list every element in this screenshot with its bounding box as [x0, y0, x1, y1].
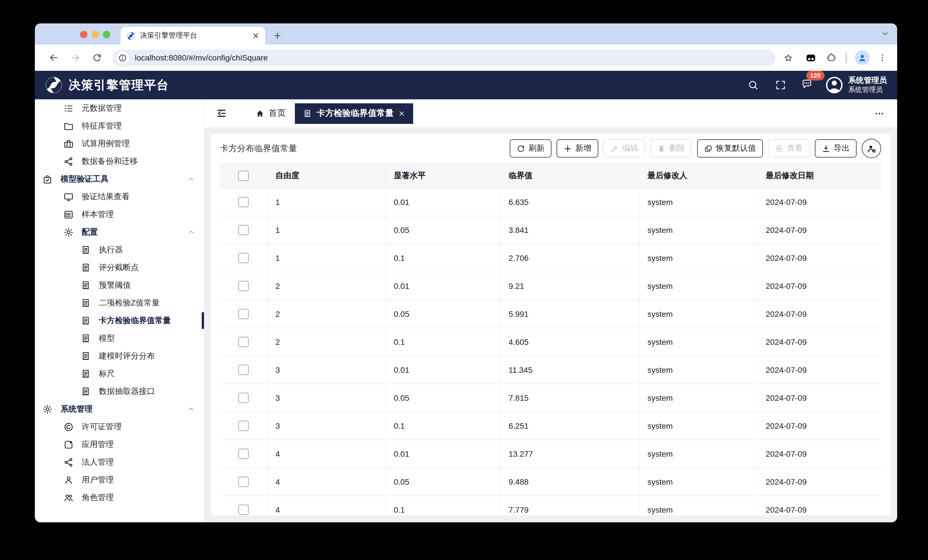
- sidebar-item[interactable]: 模型验证工具: [35, 170, 204, 188]
- fullscreen-icon[interactable]: [775, 79, 786, 91]
- active-page-tab[interactable]: 卡方检验临界值常量: [295, 103, 413, 123]
- row-checkbox[interactable]: [238, 393, 249, 403]
- sidebar-item[interactable]: 标尺: [35, 365, 204, 382]
- sidebar-item-label: 角色管理: [82, 492, 114, 503]
- tab-search-chevron-icon[interactable]: [881, 30, 889, 38]
- sidebar-item[interactable]: 法人管理: [35, 453, 204, 471]
- sidebar-item[interactable]: 角色管理: [35, 488, 204, 506]
- table-row[interactable]: 3 0.05 7.815 system 2024-07-09: [220, 384, 881, 412]
- toolbar-button[interactable]: 刷新: [510, 139, 551, 158]
- search-icon[interactable]: [747, 79, 759, 91]
- toolbar-button-label: 恢复默认值: [716, 143, 756, 154]
- toolbar-button[interactable]: 删除: [650, 139, 692, 158]
- row-checkbox[interactable]: [238, 337, 249, 347]
- sidebar-item[interactable]: 特征库管理: [35, 117, 204, 135]
- forward-button[interactable]: [70, 53, 81, 63]
- sidebar-item[interactable]: 应用管理: [35, 435, 204, 453]
- sidebar-item[interactable]: 试算用例管理: [35, 135, 204, 152]
- table-row[interactable]: 1 0.01 6.635 system 2024-07-09: [220, 189, 881, 216]
- sidebar-item-label: 特征库管理: [82, 121, 122, 131]
- extensions-icon[interactable]: [826, 53, 836, 63]
- minimize-window-button[interactable]: [92, 31, 99, 38]
- row-checkbox[interactable]: [238, 365, 249, 375]
- row-checkbox[interactable]: [238, 309, 249, 319]
- sidebar-item[interactable]: 执行器: [35, 241, 204, 259]
- sidebar-item[interactable]: 建模时评分分布: [35, 347, 204, 365]
- back-button[interactable]: [49, 53, 59, 63]
- toolbar-button[interactable]: 恢复默认值: [697, 139, 763, 158]
- media-control-icon[interactable]: [804, 52, 817, 63]
- toolbar-button[interactable]: 查看: [768, 139, 810, 158]
- address-bar[interactable]: localhost:8080/#/mv/config/chiSquare: [113, 49, 775, 66]
- sidebar-item[interactable]: 元数据管理: [35, 99, 204, 117]
- table-row[interactable]: 1 0.05 3.841 system 2024-07-09: [220, 216, 881, 244]
- row-checkbox[interactable]: [238, 449, 249, 459]
- table-row[interactable]: 1 0.1 2.706 system 2024-07-09: [220, 244, 881, 272]
- sidebar-item[interactable]: 配置: [35, 223, 204, 241]
- site-favicon-icon: [126, 31, 136, 40]
- tab-overflow-menu-icon[interactable]: [874, 108, 885, 119]
- sidebar-item[interactable]: 模型: [35, 329, 204, 347]
- column-settings-button[interactable]: [862, 139, 881, 158]
- row-checkbox[interactable]: [238, 477, 249, 487]
- collapse-sidebar-icon[interactable]: [216, 108, 227, 119]
- sidebar-item[interactable]: 许可证管理: [35, 418, 204, 435]
- user-avatar[interactable]: [825, 76, 843, 94]
- table-row[interactable]: 2 0.01 9.21 system 2024-07-09: [220, 272, 881, 300]
- page-body: 卡方分布临界值常量 刷新: [204, 127, 897, 522]
- cell-critical: 4.605: [501, 328, 640, 356]
- tab-close-icon[interactable]: [252, 32, 259, 40]
- chevron-up-icon[interactable]: [188, 405, 195, 413]
- sidebar-item[interactable]: 系统管理: [35, 400, 204, 418]
- toolbar-button[interactable]: 新增: [557, 139, 598, 158]
- table-row[interactable]: 4 0.05 9.488 system 2024-07-09: [220, 468, 881, 496]
- sidebar-item[interactable]: 验证结果查看: [35, 188, 204, 205]
- row-checkbox[interactable]: [238, 421, 249, 431]
- sidebar-item-icon: [63, 492, 74, 503]
- toolbar-button-icon: [657, 144, 666, 153]
- row-checkbox[interactable]: [238, 253, 249, 263]
- table-row[interactable]: 3 0.1 6.251 system 2024-07-09: [220, 412, 881, 440]
- url-text[interactable]: localhost:8080/#/mv/config/chiSquare: [135, 53, 268, 62]
- cell-critical: 7.779: [501, 496, 640, 516]
- bookmark-star-icon[interactable]: [783, 53, 793, 62]
- zoom-window-button[interactable]: [103, 31, 110, 38]
- home-tab[interactable]: 首页: [255, 108, 286, 119]
- close-window-button[interactable]: [80, 31, 87, 38]
- row-checkbox[interactable]: [238, 281, 249, 291]
- chevron-up-icon[interactable]: [188, 228, 195, 236]
- app-logo-icon: [44, 75, 63, 95]
- table-row[interactable]: 4 0.01 13.277 system 2024-07-09: [220, 440, 881, 468]
- cell-degree: 4: [267, 468, 386, 496]
- sidebar-item-icon: [63, 138, 74, 149]
- browser-profile-avatar[interactable]: [855, 50, 870, 65]
- sidebar-item[interactable]: 数据备份和迁移: [35, 152, 204, 170]
- cell-date: 2024-07-09: [758, 496, 881, 516]
- select-all-checkbox[interactable]: [238, 171, 249, 181]
- table-row[interactable]: 2 0.05 5.991 system 2024-07-09: [220, 300, 881, 328]
- close-page-tab-icon[interactable]: [398, 110, 405, 117]
- new-tab-button[interactable]: [273, 31, 282, 40]
- sidebar-item[interactable]: 预警阈值: [35, 276, 204, 294]
- sidebar-item[interactable]: 二项检验Z值常量: [35, 294, 204, 312]
- row-checkbox[interactable]: [238, 225, 249, 235]
- sidebar-item[interactable]: 数据抽取器接口: [35, 382, 204, 400]
- toolbar-button[interactable]: 导出: [815, 139, 856, 158]
- table-row[interactable]: 3 0.01 11.345 system 2024-07-09: [220, 356, 881, 384]
- user-identity[interactable]: 系统管理员 系统管理员: [848, 76, 887, 94]
- reload-button[interactable]: [92, 53, 102, 63]
- table-row[interactable]: 4 0.1 7.779 system 2024-07-09: [220, 496, 881, 516]
- browser-menu-icon[interactable]: [878, 53, 887, 62]
- sidebar-item[interactable]: 评分截断点: [35, 259, 204, 276]
- chevron-up-icon[interactable]: [188, 175, 195, 183]
- sidebar-item[interactable]: 卡方检验临界值常量: [35, 312, 204, 329]
- messages-button[interactable]: 120: [801, 78, 812, 92]
- row-checkbox[interactable]: [238, 505, 249, 515]
- toolbar-button[interactable]: 编辑: [603, 139, 645, 158]
- browser-tab[interactable]: 决策引擎管理平台: [121, 27, 265, 44]
- table-row[interactable]: 2 0.1 4.605 system 2024-07-09: [220, 328, 881, 356]
- sidebar-item[interactable]: 用户管理: [35, 471, 204, 488]
- site-info-chip[interactable]: [116, 51, 129, 64]
- row-checkbox[interactable]: [238, 197, 249, 207]
- sidebar-item[interactable]: 样本管理: [35, 205, 204, 223]
